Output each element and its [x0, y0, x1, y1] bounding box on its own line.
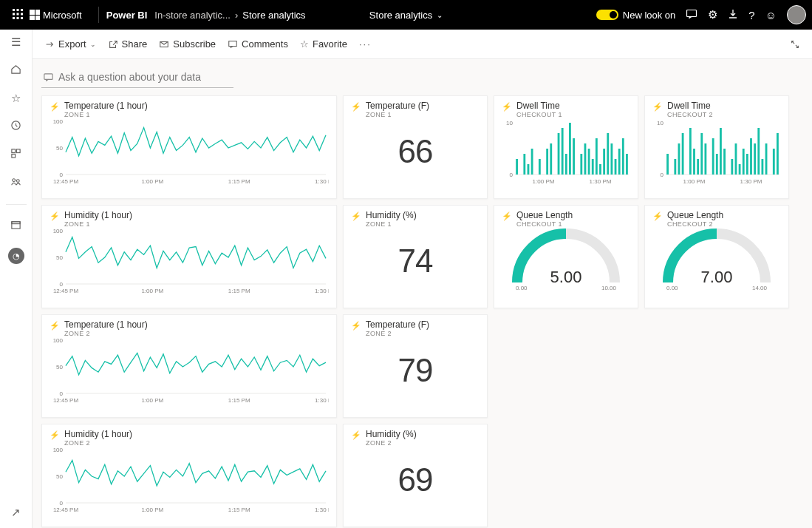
svg-rect-41 [565, 154, 567, 175]
svg-text:1:00 PM: 1:00 PM [141, 507, 163, 513]
svg-rect-43 [573, 138, 575, 175]
svg-rect-7 [17, 17, 19, 19]
gauge-chart: 5.000.0010.00 [502, 228, 630, 294]
subscribe-button[interactable]: Subscribe [154, 35, 220, 53]
bolt-icon: ⚡ [351, 102, 361, 112]
svg-text:1:30 PM: 1:30 PM [740, 178, 762, 185]
tile-title: Temperature (F) [366, 319, 429, 330]
tile-subtitle: ZONE 1 [366, 220, 417, 228]
svg-text:50: 50 [56, 364, 63, 370]
svg-rect-2 [21, 9, 23, 11]
bolt-icon: ⚡ [351, 211, 361, 221]
comments-button[interactable]: Comments [223, 35, 293, 53]
svg-text:1:15 PM: 1:15 PM [228, 397, 250, 404]
tile-subtitle: CHECKOUT 2 [667, 220, 723, 228]
svg-rect-82 [757, 128, 760, 175]
tile-hum2-line[interactable]: ⚡Humidity (1 hour)ZONE 2 05010012:45 PM1… [41, 424, 337, 527]
svg-rect-19 [229, 41, 237, 46]
menu-icon[interactable]: ☰ [11, 35, 21, 49]
divider [98, 7, 99, 23]
tile-title: Humidity (%) [366, 210, 417, 220]
svg-rect-75 [731, 159, 733, 175]
tile-queue2[interactable]: ⚡Queue LengthCHECKOUT 2 7.000.0014.00 [644, 205, 789, 308]
help-icon[interactable]: ? [748, 9, 754, 21]
avatar[interactable] [787, 5, 806, 24]
svg-text:1:30 PM: 1:30 PM [590, 178, 612, 185]
share-button[interactable]: Share [103, 35, 152, 53]
svg-rect-45 [584, 143, 587, 175]
microsoft-label: Microsoft [43, 10, 82, 21]
tile-temp2-line[interactable]: ⚡Temperature (1 hour)ZONE 2 05010012:45 … [41, 314, 337, 418]
svg-rect-79 [746, 154, 748, 175]
svg-text:100: 100 [53, 337, 64, 344]
chevron-down-icon: ⌄ [90, 41, 96, 48]
shared-icon[interactable] [10, 176, 21, 189]
product-name[interactable]: Power BI [106, 10, 148, 21]
svg-rect-70 [704, 143, 706, 175]
bar-chart: 0101:00 PM1:30 PM [652, 118, 781, 185]
favorite-button[interactable]: ☆ Favorite [296, 35, 352, 53]
line-chart: 05010012:45 PM1:00 PM1:15 PM1:30 PM [50, 118, 329, 185]
svg-text:1:00 PM: 1:00 PM [533, 178, 555, 185]
svg-text:12:45 PM: 12:45 PM [53, 397, 79, 404]
svg-rect-5 [21, 13, 23, 15]
svg-text:0: 0 [661, 172, 664, 178]
qa-input[interactable] [58, 71, 228, 83]
chat-icon[interactable] [686, 8, 697, 22]
recent-icon[interactable] [10, 120, 21, 133]
tile-temp1-kpi[interactable]: ⚡Temperature (F)ZONE 1 66 [343, 95, 488, 199]
command-bar: Export ⌄ Share Subscribe Comments ☆ Favo… [33, 30, 812, 59]
gear-icon[interactable]: ⚙ [708, 8, 717, 21]
tile-subtitle: CHECKOUT 1 [516, 111, 562, 118]
svg-rect-34 [528, 164, 530, 175]
home-icon[interactable] [10, 64, 21, 77]
tile-dwell2[interactable]: ⚡Dwell TimeCHECKOUT 2 0101:00 PM1:30 PM [644, 95, 789, 199]
tile-hum1-kpi[interactable]: ⚡Humidity (%)ZONE 1 74 [343, 205, 488, 308]
svg-rect-46 [588, 149, 590, 175]
download-icon[interactable] [728, 9, 738, 21]
tile-title: Dwell Time [667, 101, 713, 111]
svg-rect-72 [716, 154, 718, 175]
qa-box[interactable] [41, 68, 233, 88]
bolt-icon: ⚡ [50, 321, 60, 331]
microsoft-logo[interactable]: Microsoft [30, 10, 82, 21]
fullscreen-button[interactable] [785, 36, 805, 53]
tile-subtitle: ZONE 2 [64, 330, 148, 337]
expand-rail-icon[interactable]: ↗ [11, 506, 21, 519]
tile-hum2-kpi[interactable]: ⚡Humidity (%)ZONE 2 69 [343, 424, 488, 527]
page-title-dropdown[interactable]: Store analytics ⌄ [369, 10, 443, 21]
tile-temp1-line[interactable]: ⚡Temperature (1 hour)ZONE 1 05010012:45 … [41, 95, 337, 199]
apps-icon[interactable] [10, 148, 21, 161]
line-chart: 05010012:45 PM1:00 PM1:15 PM1:30 PM [50, 447, 329, 513]
tile-dwell1[interactable]: ⚡Dwell TimeCHECKOUT 1 0101:00 PM1:30 PM [494, 95, 638, 199]
breadcrumb-current[interactable]: Store analytics [242, 10, 305, 21]
bar-chart: 0101:00 PM1:30 PM [502, 118, 630, 185]
svg-rect-78 [743, 149, 745, 175]
svg-rect-9 [687, 10, 697, 16]
more-button[interactable]: ··· [355, 35, 376, 53]
svg-point-15 [16, 180, 19, 183]
breadcrumb-root[interactable]: In-store analytic... [154, 10, 231, 21]
svg-text:10: 10 [657, 120, 663, 126]
export-button[interactable]: Export ⌄ [40, 35, 100, 53]
tile-queue1[interactable]: ⚡Queue LengthCHECKOUT 1 5.000.0010.00 [494, 205, 638, 308]
qa-icon [43, 72, 54, 83]
svg-rect-11 [12, 149, 16, 153]
rail-divider [6, 204, 27, 205]
workspace-icon[interactable] [10, 220, 21, 233]
favorites-icon[interactable]: ☆ [11, 92, 21, 105]
export-icon [44, 39, 55, 50]
export-label: Export [58, 38, 86, 50]
tile-title: Queue Length [667, 210, 723, 220]
tile-hum1-line[interactable]: ⚡Humidity (1 hour)ZONE 1 05010012:45 PM1… [41, 205, 337, 308]
feedback-icon[interactable]: ☺ [765, 9, 777, 21]
kpi-value: 79 [351, 352, 480, 389]
current-workspace-icon[interactable]: ◔ [8, 248, 24, 264]
app-launcher-icon[interactable] [6, 9, 30, 21]
svg-rect-42 [569, 123, 571, 175]
tile-subtitle: ZONE 2 [366, 439, 417, 447]
new-look-toggle[interactable]: New look on [596, 10, 676, 21]
svg-rect-55 [622, 138, 624, 175]
tile-title: Dwell Time [516, 101, 562, 111]
tile-temp2-kpi[interactable]: ⚡Temperature (F)ZONE 2 79 [343, 314, 488, 418]
